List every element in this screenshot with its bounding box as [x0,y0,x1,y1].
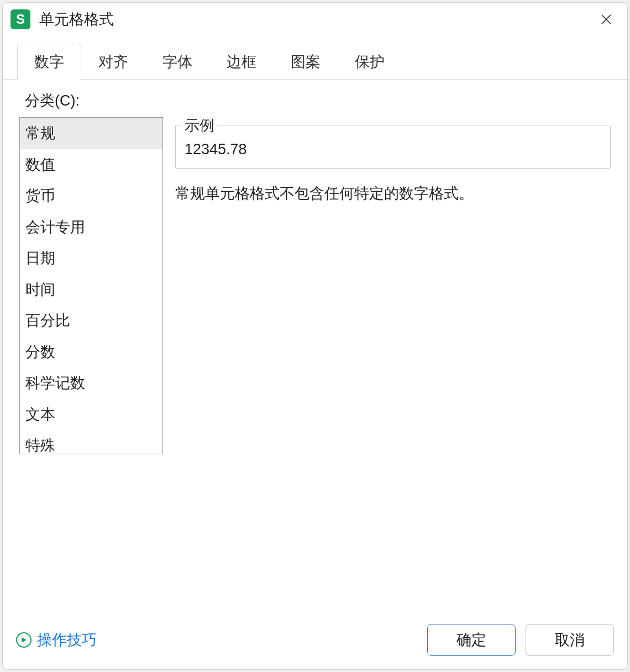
titlebar: S 单元格格式 [3,3,627,33]
app-icon-letter: S [16,12,25,27]
tab-protection[interactable]: 保护 [338,44,402,80]
ok-button[interactable]: 确定 [427,624,516,656]
tabbar: 数字 对齐 字体 边框 图案 保护 [3,33,627,80]
tips-link[interactable]: 操作技巧 [16,630,97,650]
right-pane: 示例 12345.78 常规单元格格式不包含任何特定的数字格式。 [175,117,611,614]
list-item[interactable]: 文本 [20,399,162,431]
dialog-footer: 操作技巧 确定 取消 [3,614,627,669]
category-label: 分类(C): [25,91,611,111]
tab-pattern[interactable]: 图案 [274,44,338,80]
example-value: 12345.78 [185,141,601,158]
list-item[interactable]: 百分比 [20,305,162,337]
close-icon [600,13,613,26]
list-item[interactable]: 日期 [20,243,162,274]
list-item[interactable]: 分数 [20,337,162,368]
tab-font[interactable]: 字体 [145,44,209,80]
list-item[interactable]: 时间 [20,274,162,306]
cancel-button[interactable]: 取消 [526,624,614,656]
list-item[interactable]: 数值 [20,149,162,181]
tips-label: 操作技巧 [37,630,97,650]
play-icon [16,632,32,648]
list-item[interactable]: 科学记数 [20,368,162,399]
dialog-body: 分类(C): 常规 数值 货币 会计专用 日期 时间 百分比 分数 科学记数 文… [3,80,627,614]
list-item[interactable]: 会计专用 [20,212,162,243]
content-row: 常规 数值 货币 会计专用 日期 时间 百分比 分数 科学记数 文本 特殊 自定… [19,117,611,614]
list-item[interactable]: 常规 [20,118,162,149]
list-item[interactable]: 特殊 [20,430,162,454]
list-item[interactable]: 货币 [20,180,162,212]
tab-alignment[interactable]: 对齐 [81,44,145,80]
tab-number[interactable]: 数字 [17,44,81,80]
example-box: 示例 12345.78 [175,125,611,169]
dialog-title: 单元格格式 [39,9,595,29]
svg-marker-2 [22,637,26,643]
app-icon: S [11,9,30,29]
cell-format-dialog: S 单元格格式 数字 对齐 字体 边框 图案 保护 分类(C): 常规 数值 货… [2,2,628,670]
tab-border[interactable]: 边框 [209,44,274,80]
close-button[interactable] [595,8,617,30]
format-description: 常规单元格格式不包含任何特定的数字格式。 [175,183,611,204]
category-listbox[interactable]: 常规 数值 货币 会计专用 日期 时间 百分比 分数 科学记数 文本 特殊 自定… [19,117,163,454]
example-legend: 示例 [181,116,218,135]
